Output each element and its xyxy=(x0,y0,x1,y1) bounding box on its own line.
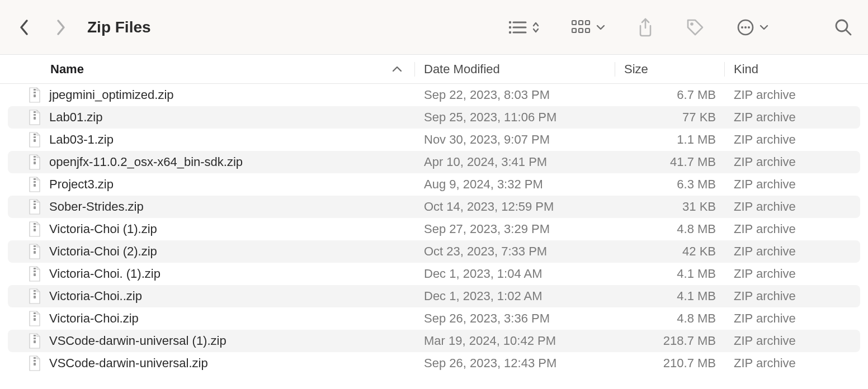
file-row[interactable]: Lab01.zipSep 25, 2023, 11:06 PM77 KBZIP … xyxy=(8,106,860,129)
file-date: Sep 26, 2023, 12:43 PM xyxy=(415,356,615,371)
zip-file-icon xyxy=(28,132,41,148)
column-header-kind[interactable]: Kind xyxy=(725,62,868,77)
svg-rect-7 xyxy=(579,21,583,25)
column-header-name[interactable]: Name xyxy=(0,62,415,77)
file-size: 41.7 MB xyxy=(615,155,725,169)
file-size: 6.3 MB xyxy=(615,177,725,192)
toolbar: Zip Files xyxy=(0,0,868,55)
file-date: Dec 1, 2023, 1:04 AM xyxy=(415,267,615,281)
file-row[interactable]: jpegmini_optimized.zipSep 22, 2023, 8:03… xyxy=(8,84,860,106)
file-kind: ZIP archive xyxy=(725,177,860,192)
file-size: 218.7 MB xyxy=(615,334,725,348)
file-kind: ZIP archive xyxy=(725,289,860,303)
svg-rect-9 xyxy=(572,29,576,32)
file-kind: ZIP archive xyxy=(725,110,860,125)
column-header-row: Name Date Modified Size Kind xyxy=(0,55,868,84)
file-name-cell: Victoria-Choi..zip xyxy=(8,288,415,304)
file-date: Dec 1, 2023, 1:02 AM xyxy=(415,289,615,303)
zip-file-icon xyxy=(28,87,41,103)
file-name: Victoria-Choi.zip xyxy=(49,311,139,326)
file-date: Sep 27, 2023, 3:29 PM xyxy=(415,222,615,236)
group-button[interactable] xyxy=(572,20,605,35)
svg-point-14 xyxy=(741,26,743,29)
svg-point-17 xyxy=(836,20,847,31)
file-size: 31 KB xyxy=(615,200,725,214)
zip-file-icon xyxy=(28,311,41,326)
file-kind: ZIP archive xyxy=(725,155,860,169)
file-name: Victoria-Choi..zip xyxy=(49,289,142,303)
file-row[interactable]: openjfx-11.0.2_osx-x64_bin-sdk.zipApr 10… xyxy=(8,151,860,173)
file-name-cell: Lab03-1.zip xyxy=(8,132,415,148)
file-row[interactable]: VSCode-darwin-universal (1).zipMar 19, 2… xyxy=(8,330,860,352)
column-header-date[interactable]: Date Modified xyxy=(415,62,615,77)
file-kind: ZIP archive xyxy=(725,334,860,348)
chevron-down-icon xyxy=(760,24,768,31)
sort-ascending-icon xyxy=(392,66,402,73)
file-date: Nov 30, 2023, 9:07 PM xyxy=(415,132,615,147)
file-name-cell: Lab01.zip xyxy=(8,110,415,125)
svg-line-18 xyxy=(846,30,851,35)
file-name-cell: Project3.zip xyxy=(8,177,415,192)
file-size: 4.1 MB xyxy=(615,267,725,281)
svg-point-16 xyxy=(748,26,750,29)
grid-group-icon xyxy=(572,20,591,35)
forward-button[interactable] xyxy=(53,19,69,36)
svg-rect-10 xyxy=(579,29,583,32)
file-kind: ZIP archive xyxy=(725,132,860,147)
zip-file-icon xyxy=(28,288,41,304)
file-name: VSCode-darwin-universal (1).zip xyxy=(49,334,227,348)
file-row[interactable]: Victoria-Choi (2).zipOct 23, 2023, 7:33 … xyxy=(8,240,860,263)
file-size: 4.8 MB xyxy=(615,222,725,236)
chevron-left-icon xyxy=(19,19,29,36)
file-size: 77 KB xyxy=(615,110,725,125)
file-name: Sober-Strides.zip xyxy=(49,200,144,214)
file-date: Sep 26, 2023, 3:36 PM xyxy=(415,311,615,326)
file-name-cell: Victoria-Choi (2).zip xyxy=(8,244,415,259)
file-date: Apr 10, 2024, 3:41 PM xyxy=(415,155,615,169)
file-kind: ZIP archive xyxy=(725,267,860,281)
view-list-button[interactable] xyxy=(508,20,539,35)
file-size: 4.1 MB xyxy=(615,289,725,303)
toolbar-right xyxy=(508,18,852,37)
file-date: Oct 23, 2023, 7:33 PM xyxy=(415,244,615,259)
file-row[interactable]: Victoria-Choi. (1).zipDec 1, 2023, 1:04 … xyxy=(8,263,860,285)
file-size: 6.7 MB xyxy=(615,88,725,102)
column-header-size[interactable]: Size xyxy=(615,62,725,77)
share-button[interactable] xyxy=(638,18,653,37)
file-row[interactable]: Victoria-Choi..zipDec 1, 2023, 1:02 AM4.… xyxy=(8,285,860,307)
search-icon xyxy=(834,18,852,36)
svg-point-12 xyxy=(690,22,694,26)
search-button[interactable] xyxy=(834,18,852,36)
action-menu-button[interactable] xyxy=(737,19,768,36)
file-name-cell: openjfx-11.0.2_osx-x64_bin-sdk.zip xyxy=(8,154,415,170)
tags-button[interactable] xyxy=(686,18,705,37)
file-name: jpegmini_optimized.zip xyxy=(49,88,174,102)
file-kind: ZIP archive xyxy=(725,88,860,102)
file-date: Sep 25, 2023, 11:06 PM xyxy=(415,110,615,125)
file-date: Oct 14, 2023, 12:59 PM xyxy=(415,200,615,214)
file-row[interactable]: Lab03-1.zipNov 30, 2023, 9:07 PM1.1 MBZI… xyxy=(8,129,860,151)
file-name: VSCode-darwin-universal.zip xyxy=(49,356,208,371)
file-row[interactable]: Sober-Strides.zipOct 14, 2023, 12:59 PM3… xyxy=(8,196,860,218)
back-button[interactable] xyxy=(16,19,32,36)
file-row[interactable]: Victoria-Choi (1).zipSep 27, 2023, 3:29 … xyxy=(8,218,860,240)
zip-file-icon xyxy=(28,355,41,371)
file-name-cell: Sober-Strides.zip xyxy=(8,199,415,215)
svg-point-15 xyxy=(744,26,747,29)
up-down-icon xyxy=(532,21,539,34)
file-name: Lab03-1.zip xyxy=(49,132,114,147)
file-name-cell: VSCode-darwin-universal.zip xyxy=(8,355,415,371)
file-name: Victoria-Choi (2).zip xyxy=(49,244,157,259)
file-name: Project3.zip xyxy=(49,177,114,192)
file-kind: ZIP archive xyxy=(725,311,860,326)
file-name: openjfx-11.0.2_osx-x64_bin-sdk.zip xyxy=(49,155,243,169)
share-icon xyxy=(638,18,653,37)
file-row[interactable]: Project3.zipAug 9, 2024, 3:32 PM6.3 MBZI… xyxy=(8,173,860,196)
file-list: jpegmini_optimized.zipSep 22, 2023, 8:03… xyxy=(0,84,868,374)
file-row[interactable]: Victoria-Choi.zipSep 26, 2023, 3:36 PM4.… xyxy=(8,307,860,330)
file-row[interactable]: VSCode-darwin-universal.zipSep 26, 2023,… xyxy=(8,352,860,374)
chevron-down-icon xyxy=(596,24,605,31)
file-name: Victoria-Choi (1).zip xyxy=(49,222,157,236)
zip-file-icon xyxy=(28,266,41,282)
svg-rect-11 xyxy=(586,29,589,32)
